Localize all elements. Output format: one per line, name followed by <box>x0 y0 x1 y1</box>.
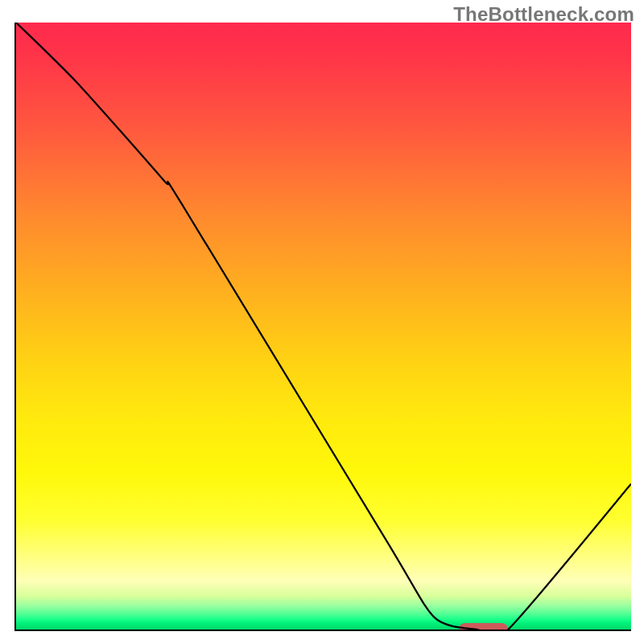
chart-container: TheBottleneck.com <box>0 0 644 644</box>
watermark-text: TheBottleneck.com <box>453 3 634 26</box>
plot-area <box>14 23 631 631</box>
gradient-background <box>16 23 631 630</box>
optimal-range-marker <box>459 623 508 631</box>
